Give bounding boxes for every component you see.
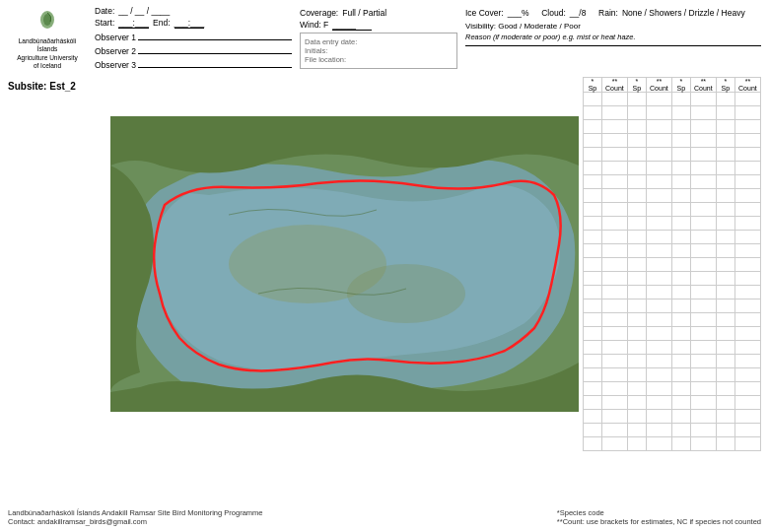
species-cell[interactable] bbox=[627, 382, 646, 396]
count-cell[interactable] bbox=[690, 189, 716, 203]
species-cell[interactable] bbox=[716, 299, 734, 313]
species-cell[interactable] bbox=[716, 217, 734, 231]
species-cell[interactable] bbox=[671, 244, 690, 258]
species-cell[interactable] bbox=[671, 162, 690, 175]
count-cell[interactable] bbox=[734, 355, 760, 368]
species-cell[interactable] bbox=[584, 410, 602, 424]
count-cell[interactable] bbox=[646, 272, 671, 286]
count-cell[interactable] bbox=[601, 217, 627, 231]
count-cell[interactable] bbox=[734, 93, 760, 106]
species-cell[interactable] bbox=[584, 175, 602, 189]
species-cell[interactable] bbox=[671, 106, 690, 120]
species-cell[interactable] bbox=[584, 93, 602, 106]
species-cell[interactable] bbox=[716, 313, 734, 327]
species-cell[interactable] bbox=[671, 120, 690, 134]
observer1-field[interactable] bbox=[138, 31, 292, 40]
species-cell[interactable] bbox=[671, 93, 690, 106]
count-cell[interactable] bbox=[601, 410, 627, 424]
species-cell[interactable] bbox=[716, 327, 734, 341]
count-cell[interactable] bbox=[734, 217, 760, 231]
count-cell[interactable] bbox=[601, 93, 627, 106]
species-cell[interactable] bbox=[627, 258, 646, 272]
count-cell[interactable] bbox=[601, 396, 627, 410]
count-cell[interactable] bbox=[690, 258, 716, 272]
species-cell[interactable] bbox=[584, 203, 602, 217]
count-cell[interactable] bbox=[734, 341, 760, 355]
species-cell[interactable] bbox=[627, 134, 646, 148]
count-cell[interactable] bbox=[734, 162, 760, 175]
species-cell[interactable] bbox=[584, 299, 602, 313]
count-cell[interactable] bbox=[601, 120, 627, 134]
species-cell[interactable] bbox=[627, 341, 646, 355]
count-cell[interactable] bbox=[601, 341, 627, 355]
species-cell[interactable] bbox=[627, 203, 646, 217]
species-cell[interactable] bbox=[627, 120, 646, 134]
count-cell[interactable] bbox=[690, 162, 716, 175]
count-cell[interactable] bbox=[734, 437, 760, 451]
species-cell[interactable] bbox=[584, 341, 602, 355]
count-cell[interactable] bbox=[646, 355, 671, 368]
species-cell[interactable] bbox=[627, 313, 646, 327]
count-cell[interactable] bbox=[690, 286, 716, 299]
species-cell[interactable] bbox=[584, 217, 602, 231]
count-cell[interactable] bbox=[646, 299, 671, 313]
species-cell[interactable] bbox=[627, 272, 646, 286]
count-cell[interactable] bbox=[690, 396, 716, 410]
count-cell[interactable] bbox=[601, 368, 627, 382]
species-cell[interactable] bbox=[627, 396, 646, 410]
count-cell[interactable] bbox=[601, 258, 627, 272]
species-cell[interactable] bbox=[671, 341, 690, 355]
count-cell[interactable] bbox=[601, 231, 627, 244]
species-cell[interactable] bbox=[584, 286, 602, 299]
count-cell[interactable] bbox=[690, 327, 716, 341]
observer3-field[interactable] bbox=[138, 58, 292, 68]
count-cell[interactable] bbox=[734, 410, 760, 424]
species-cell[interactable] bbox=[584, 355, 602, 368]
species-cell[interactable] bbox=[671, 313, 690, 327]
species-cell[interactable] bbox=[716, 424, 734, 437]
species-cell[interactable] bbox=[671, 203, 690, 217]
species-cell[interactable] bbox=[671, 437, 690, 451]
count-cell[interactable] bbox=[601, 162, 627, 175]
count-cell[interactable] bbox=[734, 148, 760, 162]
species-cell[interactable] bbox=[584, 231, 602, 244]
count-cell[interactable] bbox=[646, 410, 671, 424]
species-cell[interactable] bbox=[627, 93, 646, 106]
count-cell[interactable] bbox=[646, 203, 671, 217]
count-cell[interactable] bbox=[646, 368, 671, 382]
count-cell[interactable] bbox=[690, 231, 716, 244]
species-cell[interactable] bbox=[627, 175, 646, 189]
species-cell[interactable] bbox=[716, 231, 734, 244]
species-cell[interactable] bbox=[584, 258, 602, 272]
species-cell[interactable] bbox=[584, 272, 602, 286]
species-cell[interactable] bbox=[716, 189, 734, 203]
count-cell[interactable] bbox=[646, 93, 671, 106]
count-cell[interactable] bbox=[646, 424, 671, 437]
species-cell[interactable] bbox=[671, 396, 690, 410]
count-cell[interactable] bbox=[734, 327, 760, 341]
species-cell[interactable] bbox=[584, 368, 602, 382]
count-cell[interactable] bbox=[734, 203, 760, 217]
count-cell[interactable] bbox=[646, 120, 671, 134]
count-cell[interactable] bbox=[601, 424, 627, 437]
count-cell[interactable] bbox=[646, 396, 671, 410]
species-cell[interactable] bbox=[584, 148, 602, 162]
observer2-field[interactable] bbox=[138, 44, 292, 54]
species-cell[interactable] bbox=[671, 286, 690, 299]
count-cell[interactable] bbox=[690, 368, 716, 382]
species-cell[interactable] bbox=[716, 382, 734, 396]
count-cell[interactable] bbox=[734, 106, 760, 120]
count-cell[interactable] bbox=[601, 175, 627, 189]
species-cell[interactable] bbox=[671, 231, 690, 244]
species-cell[interactable] bbox=[584, 134, 602, 148]
species-cell[interactable] bbox=[671, 382, 690, 396]
species-cell[interactable] bbox=[584, 106, 602, 120]
count-cell[interactable] bbox=[734, 368, 760, 382]
species-cell[interactable] bbox=[671, 134, 690, 148]
count-cell[interactable] bbox=[601, 134, 627, 148]
count-cell[interactable] bbox=[690, 299, 716, 313]
count-cell[interactable] bbox=[646, 341, 671, 355]
species-cell[interactable] bbox=[716, 258, 734, 272]
species-cell[interactable] bbox=[584, 424, 602, 437]
count-cell[interactable] bbox=[646, 231, 671, 244]
